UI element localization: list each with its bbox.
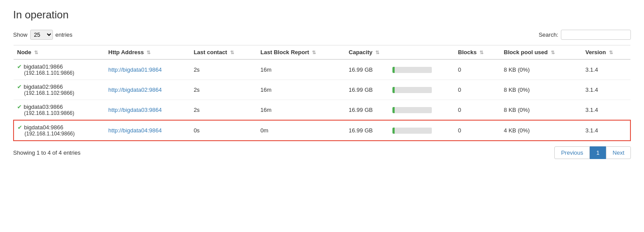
check-icon: ✔ <box>17 83 22 90</box>
header-row: Node ⇅ Http Address ⇅ Last contact ⇅ Las… <box>14 45 630 60</box>
cell-capacity-text: 16.99 GB <box>345 100 389 121</box>
col-capacity[interactable]: Capacity ⇅ <box>345 45 455 60</box>
data-table: Node ⇅ Http Address ⇅ Last contact ⇅ Las… <box>13 45 631 141</box>
cell-blocks: 0 <box>455 100 500 121</box>
http-address-link[interactable]: http://bigdata03:9864 <box>108 107 162 113</box>
entries-label: entries <box>56 31 73 38</box>
cell-blocks: 0 <box>455 59 500 80</box>
cell-http-address: http://bigdata01:9864 <box>105 59 190 80</box>
cell-last-block-report: 16m <box>257 100 345 121</box>
cell-node: ✔ bigdata04:9866 (192.168.1.104:9866) <box>14 120 105 141</box>
cell-node: ✔ bigdata01:9866 (192.168.1.101:9866) <box>14 59 105 80</box>
cell-version: 3.1.4 <box>582 120 630 141</box>
page-title: In operation <box>13 9 631 21</box>
node-ip: (192.168.1.102:9866) <box>24 90 74 96</box>
show-label: Show <box>13 31 28 38</box>
showing-text: Showing 1 to 4 of 4 entries <box>13 149 80 156</box>
cell-block-pool-used: 8 KB (0%) <box>500 100 582 121</box>
col-block-pool-used[interactable]: Block pool used ⇅ <box>500 45 582 60</box>
cell-last-block-report: 0m <box>257 120 345 141</box>
previous-button[interactable]: Previous <box>554 146 590 159</box>
cell-capacity-bar <box>389 120 455 141</box>
node-name-text: bigdata04:9866 <box>24 124 63 131</box>
cell-capacity-bar <box>389 80 455 100</box>
node-ip: (192.168.1.104:9866) <box>24 131 75 137</box>
entries-select[interactable]: 102550100 <box>30 30 53 40</box>
col-http-address[interactable]: Http Address ⇅ <box>105 45 190 60</box>
sort-block-report-icon: ⇅ <box>312 50 316 55</box>
node-name-text: bigdata01:9866 <box>24 63 63 70</box>
cell-blocks: 0 <box>455 80 500 100</box>
cell-capacity-text: 16.99 GB <box>345 80 389 100</box>
table-row: ✔ bigdata02:9866 (192.168.1.102:9866) ht… <box>14 80 630 100</box>
pagination: Previous 1 Next <box>554 146 631 159</box>
cell-block-pool-used: 4 KB (0%) <box>500 120 582 141</box>
sort-pool-icon: ⇅ <box>551 50 555 55</box>
cell-capacity-text: 16.99 GB <box>345 59 389 80</box>
sort-http-icon: ⇅ <box>147 50 150 55</box>
capacity-bar-container <box>392 107 432 113</box>
table-row: ✔ bigdata03:9866 (192.168.1.103:9866) ht… <box>14 100 630 121</box>
cell-capacity-bar <box>389 100 455 121</box>
controls-bottom: Showing 1 to 4 of 4 entries Previous 1 N… <box>13 146 631 159</box>
cell-last-block-report: 16m <box>257 59 345 80</box>
sort-contact-icon: ⇅ <box>230 50 234 55</box>
http-address-link[interactable]: http://bigdata02:9864 <box>108 87 162 93</box>
cell-http-address: http://bigdata04:9864 <box>105 120 190 141</box>
cell-block-pool-used: 8 KB (0%) <box>500 80 582 100</box>
table-row: ✔ bigdata01:9866 (192.168.1.101:9866) ht… <box>14 59 630 80</box>
node-name-text: bigdata02:9866 <box>24 83 63 90</box>
search-input[interactable] <box>561 30 631 40</box>
check-icon: ✔ <box>18 124 22 131</box>
col-node[interactable]: Node ⇅ <box>14 45 105 60</box>
cell-node: ✔ bigdata03:9866 (192.168.1.103:9866) <box>14 100 105 121</box>
sort-node-icon: ⇅ <box>34 50 38 55</box>
node-ip: (192.168.1.101:9866) <box>24 70 74 76</box>
sort-version-icon: ⇅ <box>609 50 613 55</box>
cell-last-contact: 0s <box>190 120 257 141</box>
cell-last-contact: 2s <box>190 80 257 100</box>
capacity-bar-container <box>392 87 432 93</box>
cell-version: 3.1.4 <box>582 59 630 80</box>
search-box: Search: <box>539 30 631 40</box>
table-row: ✔ bigdata04:9866 (192.168.1.104:9866) ht… <box>14 120 630 141</box>
check-icon: ✔ <box>17 104 22 110</box>
cell-version: 3.1.4 <box>582 100 630 121</box>
next-button[interactable]: Next <box>606 146 631 159</box>
sort-capacity-icon: ⇅ <box>375 50 379 55</box>
cell-last-block-report: 16m <box>257 80 345 100</box>
cell-block-pool-used: 8 KB (0%) <box>500 59 582 80</box>
table-body: ✔ bigdata01:9866 (192.168.1.101:9866) ht… <box>14 59 630 141</box>
cell-capacity-bar <box>389 59 455 80</box>
page-1-button[interactable]: 1 <box>590 146 606 159</box>
capacity-bar-container <box>392 128 432 134</box>
node-name-text: bigdata03:9866 <box>24 104 63 110</box>
http-address-link[interactable]: http://bigdata01:9864 <box>108 66 162 73</box>
check-icon: ✔ <box>17 63 22 70</box>
cell-node: ✔ bigdata02:9866 (192.168.1.102:9866) <box>14 80 105 100</box>
controls-top: Show 102550100 entries Search: <box>13 30 631 40</box>
capacity-bar-fill <box>392 87 395 93</box>
cell-http-address: http://bigdata03:9864 <box>105 100 190 121</box>
cell-blocks: 0 <box>455 120 500 141</box>
capacity-bar-fill <box>392 67 395 73</box>
col-version[interactable]: Version ⇅ <box>582 45 630 60</box>
search-label: Search: <box>539 31 558 38</box>
show-entries: Show 102550100 entries <box>13 30 73 40</box>
cell-http-address: http://bigdata02:9864 <box>105 80 190 100</box>
capacity-bar-fill <box>392 128 395 134</box>
cell-last-contact: 2s <box>190 100 257 121</box>
col-last-contact[interactable]: Last contact ⇅ <box>190 45 257 60</box>
cell-last-contact: 2s <box>190 59 257 80</box>
cell-capacity-text: 16.99 GB <box>345 120 389 141</box>
cell-version: 3.1.4 <box>582 80 630 100</box>
sort-blocks-icon: ⇅ <box>480 50 483 55</box>
http-address-link[interactable]: http://bigdata04:9864 <box>108 127 162 134</box>
node-ip: (192.168.1.103:9866) <box>24 110 74 116</box>
capacity-bar-fill <box>392 107 395 113</box>
col-blocks[interactable]: Blocks ⇅ <box>455 45 500 60</box>
table-header: Node ⇅ Http Address ⇅ Last contact ⇅ Las… <box>14 45 630 60</box>
col-last-block-report[interactable]: Last Block Report ⇅ <box>257 45 345 60</box>
capacity-bar-container <box>392 67 432 73</box>
